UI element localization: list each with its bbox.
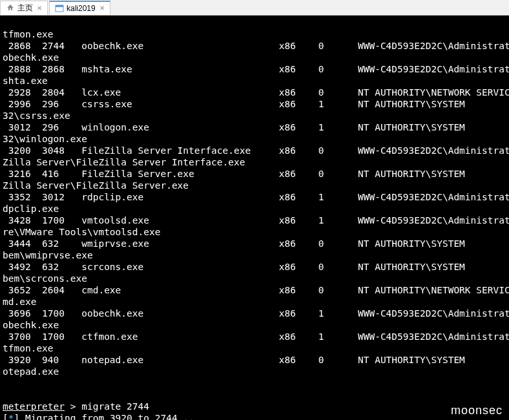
tab-bar: 主页 ✕ kali2019 ✕ [0,0,509,16]
home-icon [6,3,15,12]
process-list: 2868 2744 oobechk.exe x86 0 WWW-C4D593E2… [3,40,506,377]
terminal-output[interactable]: tfmon.exe 2868 2744 oobechk.exe x86 0 WW… [0,16,509,420]
tab-label: kali2019 [67,4,96,13]
status-bracket-close: ] [14,413,19,420]
tab-kali2019[interactable]: kali2019 ✕ [49,1,110,15]
command-input: migrate 2744 [81,401,149,412]
close-icon[interactable]: ✕ [99,5,105,12]
output-fragment: tfmon.exe [3,29,54,39]
blank-line [3,390,8,400]
console-icon [55,4,64,13]
svg-rect-1 [56,5,63,7]
tab-home[interactable]: 主页 ✕ [0,1,48,15]
prompt-separator: > [65,401,81,412]
watermark: moonsec [451,404,503,416]
status-message: Migrating from 3920 to 2744... [19,413,194,420]
status-bracket-open: [ [3,413,8,420]
tab-label: 主页 [17,3,33,14]
meterpreter-prompt: meterpreter [3,401,65,412]
close-icon[interactable]: ✕ [37,5,42,12]
